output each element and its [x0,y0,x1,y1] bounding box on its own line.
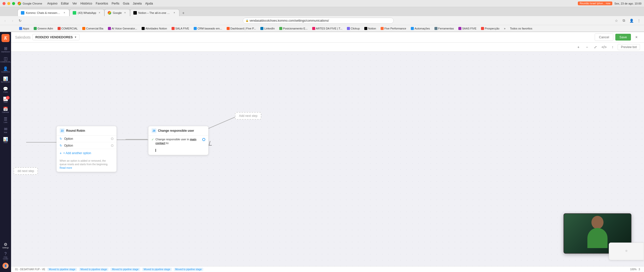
sidebar-item-avatar[interactable]: 👤 [1,261,10,270]
tab-kommo[interactable]: Kommo: Chats & messenger... × [18,9,69,16]
sidebar-item-clientes[interactable]: 👤 CLIENTES [1,65,10,74]
bookmark-automacoes[interactable]: Automações [409,27,431,30]
chat-panel-content [625,250,627,253]
apps-bookmark-icon [19,27,22,30]
sidebar-item-calendar[interactable]: 📅 Calendar [1,106,10,115]
dashboard-icon: ⊞ [4,47,7,51]
extensions-button[interactable]: ⧉ [621,18,627,24]
bookmark-all[interactable]: Todos os favoritos [508,27,534,30]
add-next-step-top[interactable]: + Add another option Add next step [235,112,261,120]
sidebar-item-nutricao[interactable]: 📊 NUTRICAO [1,75,10,84]
comercial-bia-icon [82,27,85,30]
back-button[interactable]: ‹ [2,18,8,24]
tab-whatsapp-close[interactable]: × [98,11,101,15]
add-next-step-left[interactable]: dd next step [14,167,38,175]
change-user-connector[interactable] [202,138,205,141]
bookmark-atividades[interactable]: Atividades Notion [140,27,169,30]
read-more-link[interactable]: Read more [60,166,72,169]
save-button[interactable]: Save [615,34,631,41]
bookmark-more[interactable]: » [502,27,507,30]
close-button[interactable]: × [633,34,640,41]
menu-arquivo[interactable]: Arquivo [47,2,58,5]
bot-selector-dropdown[interactable]: RODIZIO VENDEDORES ▼ [32,34,79,40]
sidebar-item-stats2[interactable]: 📊 Stats [1,136,10,145]
address-text[interactable]: vendasaldocolchoes.kommo.com/settings/co… [250,19,329,22]
menu-ver[interactable]: Ver [72,2,77,5]
meeting-badge[interactable]: Reunião Israel Iphon... now [578,2,613,5]
tab-whatsapp[interactable]: (43) WhatsApp × [69,9,104,16]
menu-historico[interactable]: Histórico [80,2,92,5]
bookmark-notion[interactable]: Notion [363,27,378,30]
add-option-button[interactable]: + + Add another option [57,149,116,157]
bookmark-saas[interactable]: SAAS FIVE [457,27,478,30]
tab-kommo-close[interactable]: × [63,11,66,15]
close-button[interactable] [3,2,6,5]
refresh-button[interactable]: ↻ [17,18,23,24]
sidebar-item-help[interactable]: ? Help Center [1,251,10,260]
tab-notion-close[interactable]: × [173,11,176,15]
minimize-button[interactable] [7,2,10,5]
sidebar-item-settings[interactable]: ⚙ Settings [1,241,10,250]
bookmark-five-performance[interactable]: Five Performance [379,27,408,30]
bookmark-comercial[interactable]: COMERCIAL [56,27,79,30]
bookmark-apps[interactable]: Apps [18,27,31,30]
forward-button[interactable]: › [10,18,16,24]
option-connector-2[interactable] [111,144,113,147]
bookmark-prospeccao[interactable]: Prospecção [479,27,501,30]
menu-editar[interactable]: Editar [61,2,69,5]
menu-janela[interactable]: Janela [133,2,142,5]
menu-favoritos[interactable]: Favoritos [96,2,108,5]
bookmark-linkedin[interactable]: LinkedIn [259,27,276,30]
sidebar-dashboard-label: Dashboard [1,51,10,53]
user-input-area[interactable] [148,147,208,155]
main-contact-link[interactable]: main contact [155,138,196,145]
menu-guia[interactable]: Guia [123,2,129,5]
tab-google[interactable]: Google × [104,9,130,16]
bookmark-comercial-bia[interactable]: Comercial Bia [81,27,105,30]
bookmark-sala-five[interactable]: SALA FIVE [170,27,191,30]
address-bar[interactable]: 🔒 vendasaldocolchoes.kommo.com/settings/… [243,18,394,24]
bookmark-star-button[interactable]: ☆ [613,18,619,24]
bookmark-greenn[interactable]: Greenn Adm [32,27,55,30]
sidebar-item-comercial[interactable]: ◫ COMERCIAL [1,55,10,64]
zoom-in-button[interactable]: + [575,44,582,51]
code-button[interactable]: </> [600,44,608,51]
option-connector-1[interactable] [111,138,113,140]
chat-mini-panel[interactable] [609,243,644,260]
sidebar-item-stats[interactable]: 📈 Stats 2 [1,95,10,105]
profile-button[interactable]: 👤 [628,18,634,24]
share-button[interactable]: ↑ [609,44,616,51]
menu-ajuda[interactable]: Ajuda [145,2,153,5]
new-tab-button[interactable]: + [180,10,186,16]
bookmark-ferramentas[interactable]: Ferramentas [433,27,455,30]
option-label-1[interactable]: Option [64,137,109,141]
zoom-out-button[interactable]: − [583,44,590,51]
bookmark-posicionamento-label: Posicionamento E... [283,27,308,30]
bookmark-crm[interactable]: CRM baseado em... [192,27,224,30]
tabs-bar: Kommo: Chats & messenger... × (43) Whats… [0,7,644,16]
bookmark-artes[interactable]: ARTES DA FIVE | T... [311,27,344,30]
fit-screen-button[interactable]: ⤢ [592,44,599,51]
lock-icon: 🔒 [246,19,249,22]
maximize-button[interactable] [12,2,15,5]
sidebar-item-mail[interactable]: ✉ Mail [1,126,10,135]
bot-canvas[interactable]: 23 Round Robin ↻ Option ↻ Option + + Add… [11,52,644,266]
sidebar-item-chats[interactable]: 💬 Chats [1,85,10,94]
cancel-button[interactable]: Cancel [595,33,613,41]
ai-voice-icon [108,27,111,30]
sidebar-mail-label: Mail [4,131,7,133]
bookmark-dashboard[interactable]: Dashboard | Five P... [225,27,258,30]
tab-notion[interactable]: Notion – The all-in-one wor... × [130,9,179,16]
menu-button[interactable]: ⋮ [636,18,642,24]
bookmark-ai-voice[interactable]: AI Voice Generator... [106,27,139,30]
menu-perfis[interactable]: Perfis [112,2,119,5]
preview-bot-button[interactable]: Preview bot [618,44,640,50]
tab-google-close[interactable]: × [123,11,127,15]
kommo-logo[interactable]: K [2,34,10,42]
sidebar-item-dashboard[interactable]: ⊞ Dashboard [1,45,10,54]
sidebar-item-lists[interactable]: ☰ Lists [1,116,10,125]
bookmark-posicionamento[interactable]: Posicionamento E... [278,27,309,30]
bookmark-clickup[interactable]: Clickup [345,27,361,30]
nav-bar: ‹ › ↻ 🔒 vendasaldocolchoes.kommo.com/set… [0,16,644,25]
option-label-2[interactable]: Option [64,144,109,147]
